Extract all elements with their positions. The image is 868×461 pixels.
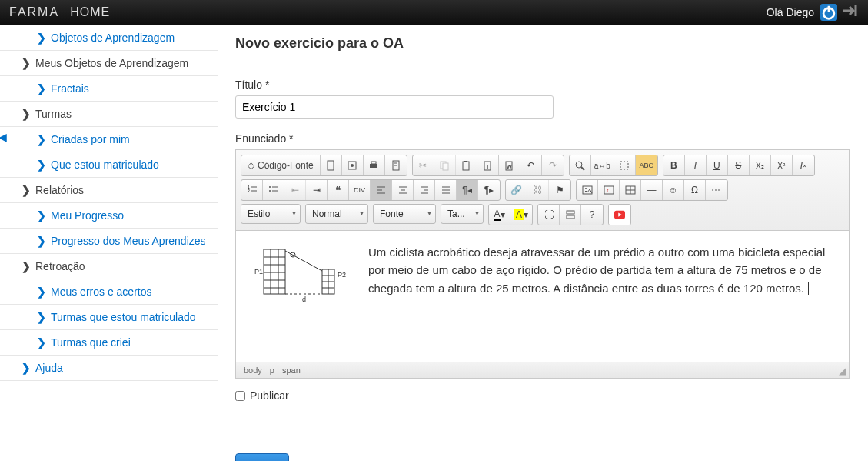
font-select[interactable]: Fonte (373, 204, 436, 224)
publicar-row[interactable]: Publicar (235, 389, 850, 402)
underline-icon[interactable]: U (707, 155, 728, 175)
logout-icon[interactable] (842, 4, 859, 22)
power-icon[interactable] (820, 4, 837, 21)
special-char-icon[interactable]: Ω (684, 180, 706, 200)
unordered-list-icon[interactable] (263, 180, 284, 200)
text-direction-rtl-icon[interactable]: ¶▸ (478, 180, 500, 200)
publicar-checkbox[interactable] (235, 391, 245, 401)
path-body[interactable]: body (244, 366, 262, 375)
sidebar-item-6[interactable]: ❯Relatórios (0, 177, 218, 202)
sidebar-item-1[interactable]: ❯Meus Objetos de Aprendizagem (0, 50, 218, 75)
bg-color-icon[interactable]: A▾ (510, 205, 532, 225)
blockquote-icon[interactable]: ❝ (328, 180, 349, 200)
indent-icon[interactable]: ⇥ (306, 180, 328, 200)
replace-icon[interactable]: a↔b (591, 155, 614, 175)
superscript-icon[interactable]: X² (771, 155, 793, 175)
outdent-icon[interactable]: ⇤ (284, 180, 306, 200)
resize-handle-icon[interactable]: ◢ (839, 366, 846, 376)
style-select[interactable]: Estilo (241, 204, 301, 224)
user-greeting: Olá Diego (767, 6, 814, 18)
new-page-icon[interactable] (321, 155, 342, 175)
link-icon[interactable]: 🔗 (506, 180, 527, 200)
remove-format-icon[interactable]: I× (793, 155, 814, 175)
chevron-right-icon: ❯ (37, 159, 46, 171)
sidebar-item-3[interactable]: ❯Turmas (0, 101, 218, 126)
salvar-button[interactable]: Salvar (235, 453, 289, 461)
align-center-icon[interactable] (392, 180, 414, 200)
select-all-icon[interactable] (614, 155, 636, 175)
editor-content-area[interactable]: P1 P2 d Um ciclista acrobático deseja at… (236, 231, 849, 362)
anchor-icon[interactable]: ⚑ (549, 180, 570, 200)
svg-rect-20 (620, 162, 628, 169)
titulo-input[interactable] (235, 95, 554, 119)
subscript-icon[interactable]: X₂ (750, 155, 771, 175)
sidebar-item-11[interactable]: ❯Turmas que estou matriculado (0, 304, 218, 329)
copy-icon[interactable] (434, 155, 456, 175)
spellcheck-icon[interactable]: ABC (636, 155, 657, 175)
format-select[interactable]: Normal (305, 204, 368, 224)
table-icon[interactable] (620, 180, 641, 200)
paste-text-icon[interactable]: T (477, 155, 499, 175)
strike-icon[interactable]: S (728, 155, 750, 175)
chevron-right-icon: ❯ (37, 286, 46, 298)
chevron-right-icon: ❯ (37, 32, 46, 44)
preview-icon[interactable] (342, 155, 364, 175)
smiley-icon[interactable]: ☺ (663, 180, 684, 200)
sidebar-item-12[interactable]: ❯Turmas que criei (0, 329, 218, 355)
sidebar-item-4[interactable]: ❯Criadas por mim (0, 126, 218, 152)
sidebar-collapse-icon[interactable]: ◀ (0, 131, 7, 143)
templates-icon[interactable] (385, 155, 407, 175)
text-color-icon[interactable]: A▾ (489, 205, 510, 225)
ordered-list-icon[interactable]: 12 (241, 180, 263, 200)
home-link[interactable]: HOME (70, 5, 110, 19)
svg-text:W: W (507, 164, 512, 169)
align-justify-icon[interactable] (435, 180, 457, 200)
text-direction-icon[interactable]: ¶◂ (457, 180, 478, 200)
print-icon[interactable] (364, 155, 385, 175)
youtube-icon[interactable] (609, 205, 630, 225)
image-icon[interactable] (577, 180, 598, 200)
svg-text:T: T (486, 164, 490, 169)
source-button[interactable]: ◇Código-Fonte (241, 155, 321, 175)
sidebar-item-10[interactable]: ❯Meus erros e acertos (0, 279, 218, 304)
bold-icon[interactable]: B (663, 155, 685, 175)
div-icon[interactable]: DIV (349, 180, 371, 200)
sidebar-item-5[interactable]: ❯Que estou matriculado (0, 152, 218, 177)
illustration-image: P1 P2 d (250, 243, 350, 303)
unlink-icon[interactable]: ⛓ (527, 180, 549, 200)
publicar-label: Publicar (250, 389, 289, 402)
rich-text-editor: ◇Código-Fonte ✂ T W ↶ ↷ (235, 149, 850, 379)
align-right-icon[interactable] (414, 180, 435, 200)
cut-icon[interactable]: ✂ (413, 155, 434, 175)
editor-toolbar: ◇Código-Fonte ✂ T W ↶ ↷ (236, 150, 849, 231)
svg-rect-43 (604, 186, 614, 194)
editor-text-content[interactable]: Um ciclista acrobático deseja atravessar… (368, 243, 835, 297)
svg-text:2: 2 (248, 189, 250, 193)
show-blocks-icon[interactable] (560, 205, 581, 225)
sidebar-item-0[interactable]: ❯Objetos de Aprendizagem (0, 25, 218, 50)
sidebar-item-2[interactable]: ❯Fractais (0, 75, 218, 101)
size-select[interactable]: Ta... (441, 204, 484, 224)
path-p[interactable]: p (270, 366, 274, 375)
svg-point-25 (269, 186, 271, 188)
paste-icon[interactable] (456, 155, 477, 175)
about-icon[interactable]: ? (581, 205, 603, 225)
flash-icon[interactable]: f (598, 180, 620, 200)
sidebar-item-8[interactable]: ❯Progresso dos Meus Aprendizes (0, 228, 218, 253)
redo-icon[interactable]: ↷ (542, 155, 564, 175)
page-break-icon[interactable] (706, 180, 727, 200)
maximize-icon[interactable]: ⛶ (538, 205, 560, 225)
brand-label[interactable]: FARMA (9, 5, 59, 19)
svg-rect-6 (371, 162, 376, 164)
find-icon[interactable] (570, 155, 591, 175)
sidebar-item-13[interactable]: ❯Ajuda (0, 355, 218, 381)
align-left-icon[interactable] (371, 180, 392, 200)
svg-rect-12 (463, 162, 469, 170)
paste-word-icon[interactable]: W (499, 155, 520, 175)
undo-icon[interactable]: ↶ (520, 155, 542, 175)
italic-icon[interactable]: I (685, 155, 707, 175)
path-span[interactable]: span (282, 366, 301, 375)
sidebar-item-7[interactable]: ❯Meu Progresso (0, 202, 218, 228)
sidebar-item-9[interactable]: ❯Retroação (0, 253, 218, 279)
hr-icon[interactable]: — (641, 180, 663, 200)
